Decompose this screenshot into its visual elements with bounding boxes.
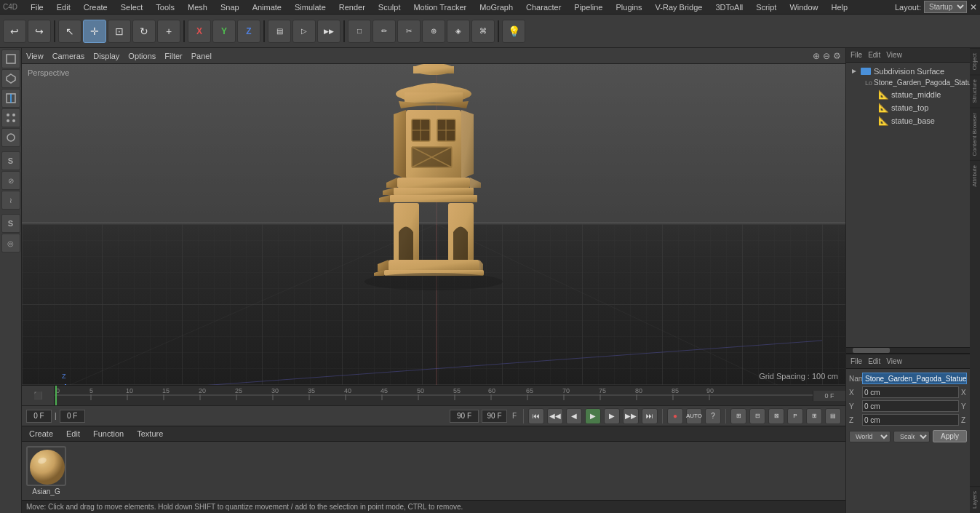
record-button[interactable]: ● <box>667 408 683 424</box>
attr-x-pos-field[interactable] <box>862 386 959 398</box>
menu-mograph[interactable]: MoGraph <box>477 3 516 12</box>
goto-end-button[interactable]: ⏭ <box>642 408 658 424</box>
step-forward-button[interactable]: ▶▶ <box>623 408 639 424</box>
strip-tab-structure[interactable]: Structure <box>970 74 980 107</box>
menu-help[interactable]: Help <box>829 3 851 12</box>
rotate-button[interactable]: ↻ <box>132 20 156 43</box>
undo-button[interactable]: ↩ <box>3 20 26 43</box>
viewport-menu-panel[interactable]: Panel <box>191 52 212 60</box>
layout-btn-3[interactable]: ⊠ <box>768 408 784 424</box>
menu-sculpt[interactable]: Sculpt <box>375 3 404 12</box>
select-button[interactable]: ↖ <box>58 20 81 43</box>
layout-btn-2[interactable]: ⊟ <box>749 408 765 424</box>
strip-tab-layers[interactable]: Layers <box>970 486 980 513</box>
tree-item-statue-middle[interactable]: 📐 statue_middle <box>848 88 968 101</box>
menu-mesh[interactable]: Mesh <box>185 3 210 12</box>
render-button[interactable]: ▶▶ <box>317 20 340 43</box>
tree-item-statue-base[interactable]: 📐 statue_base <box>848 114 968 127</box>
step-back-button[interactable]: ◀◀ <box>547 408 563 424</box>
help-button[interactable]: ? <box>705 408 721 424</box>
menu-simulate[interactable]: Simulate <box>292 3 329 12</box>
tree-item-statue-top[interactable]: 📐 statue_top <box>848 101 968 114</box>
viewport-icon-down[interactable]: ⊖ <box>823 51 830 61</box>
apply-button[interactable]: Apply <box>933 430 967 442</box>
layout-btn-4[interactable]: P <box>787 408 803 424</box>
edge-mode-button[interactable] <box>1 89 20 108</box>
redo-button[interactable]: ↪ <box>28 20 51 43</box>
knife-button[interactable]: ✂ <box>397 20 421 43</box>
menu-select[interactable]: Select <box>118 3 146 12</box>
prev-frame-button[interactable]: ◀ <box>566 408 582 424</box>
layout-btn-5[interactable]: ⊞ <box>806 408 822 424</box>
paint-tool-button[interactable]: ◎ <box>1 234 20 252</box>
obj-menu-edit[interactable]: Edit <box>868 51 880 59</box>
obj-menu-view[interactable]: View <box>886 51 902 59</box>
curve-tool-button[interactable]: ≀ <box>1 191 20 210</box>
point-mode-button[interactable] <box>1 108 20 127</box>
menu-create[interactable]: Create <box>81 3 111 12</box>
loop-button[interactable]: ⊕ <box>422 20 445 43</box>
end-frame-field-2[interactable] <box>482 410 507 423</box>
brush-button[interactable]: ✏ <box>373 20 396 43</box>
attr-menu-edit[interactable]: Edit <box>868 357 880 365</box>
bevel-button[interactable]: ◈ <box>447 20 470 43</box>
object-panel-scrollbar-thumb[interactable] <box>853 348 890 353</box>
attr-z-pos-field[interactable] <box>862 414 959 426</box>
strip-tab-content[interactable]: Content Browser <box>970 108 980 161</box>
strip-tab-object[interactable]: Object <box>970 48 980 74</box>
frame-field[interactable] <box>26 410 52 423</box>
menu-character[interactable]: Character <box>523 3 564 12</box>
poly-mode-button[interactable] <box>1 69 20 88</box>
viewport-menu-display[interactable]: Display <box>93 52 119 60</box>
attr-name-field[interactable]: Stone_Garden_Pagoda_Statue <box>862 373 967 384</box>
tree-item-pagoda[interactable]: Lo Stone_Garden_Pagoda_Statue <box>848 77 968 88</box>
material-item[interactable]: Asian_G <box>26 446 66 496</box>
render-view-button[interactable]: ▷ <box>292 20 316 43</box>
viewport-menu-filter[interactable]: Filter <box>164 52 182 60</box>
light-button[interactable]: 💡 <box>502 20 525 43</box>
viewport-menu-view[interactable]: View <box>26 52 44 60</box>
object-mode-button[interactable] <box>1 128 20 147</box>
timeline-area[interactable]: ⬛ 0 5 10 15 20 25 <box>22 385 845 405</box>
menu-edit[interactable]: Edit <box>54 3 73 12</box>
material-ball[interactable] <box>26 446 66 486</box>
attr-y-pos-field[interactable] <box>862 400 959 412</box>
coord-system-select[interactable]: World Local <box>849 431 891 442</box>
menu-snap[interactable]: Snap <box>218 3 242 12</box>
layout-btn-1[interactable]: ⊞ <box>730 408 746 424</box>
menu-render[interactable]: Render <box>336 3 368 12</box>
object-panel-scrollbar[interactable] <box>846 347 970 353</box>
layout-btn-6[interactable]: ▤ <box>825 408 841 424</box>
model-mode-button[interactable] <box>1 49 20 68</box>
attr-menu-view[interactable]: View <box>886 357 902 365</box>
obj-menu-file[interactable]: File <box>850 51 862 59</box>
end-frame-field[interactable] <box>450 410 479 423</box>
attr-menu-file[interactable]: File <box>850 357 862 365</box>
menu-plugins[interactable]: Plugins <box>613 3 645 12</box>
mat-menu-edit[interactable]: Edit <box>63 429 83 438</box>
mat-menu-texture[interactable]: Texture <box>134 429 166 438</box>
spline-mode-button[interactable]: S <box>1 151 20 170</box>
menu-3dtoall[interactable]: 3DToAll <box>712 3 746 12</box>
viewport-icon-add[interactable]: ⊕ <box>813 51 820 61</box>
strip-tab-attribute[interactable]: Attribute <box>970 160 980 191</box>
tree-item-subdivision[interactable]: Subdivision Surface <box>848 65 968 77</box>
goto-start-button[interactable]: ⏮ <box>528 408 544 424</box>
menu-file[interactable]: File <box>28 3 47 12</box>
poly-pen-button[interactable]: □ <box>348 20 371 43</box>
mat-menu-function[interactable]: Function <box>90 429 127 438</box>
magnet-button[interactable]: ⌘ <box>471 20 495 43</box>
move-button[interactable]: ✛ <box>83 20 106 43</box>
y-axis-button[interactable]: Y <box>212 20 236 43</box>
line-tool-button[interactable]: ⊘ <box>1 171 20 190</box>
layout-select[interactable]: Startup <box>924 1 967 13</box>
viewport-menu-options[interactable]: Options <box>128 52 156 60</box>
scale-button[interactable]: ⊡ <box>108 20 131 43</box>
z-axis-button[interactable]: Z <box>237 20 260 43</box>
menu-script[interactable]: Script <box>753 3 779 12</box>
viewport-menu-cameras[interactable]: Cameras <box>52 52 85 60</box>
uv-tool-button[interactable]: S <box>1 214 20 233</box>
auto-key-button[interactable]: AUTO <box>686 408 702 424</box>
viewport-container[interactable]: View Cameras Display Options Filter Pane… <box>22 48 845 385</box>
menu-window[interactable]: Window <box>786 3 821 12</box>
